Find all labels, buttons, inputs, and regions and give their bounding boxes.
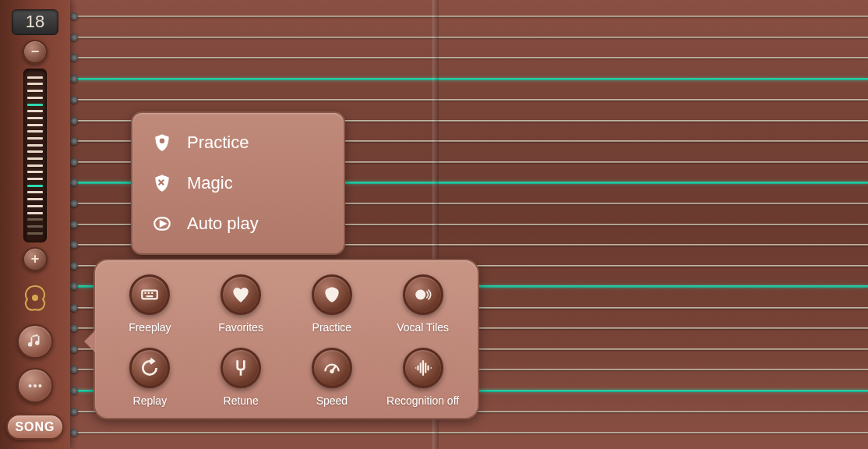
string[interactable] xyxy=(70,78,868,80)
vocal-icon xyxy=(413,285,433,305)
menu-item-practice[interactable]: Practice xyxy=(132,122,344,163)
menu-label: Auto play xyxy=(187,214,259,234)
ornament-decoration xyxy=(12,279,58,316)
tool-recognition[interactable]: Recognition off xyxy=(377,348,468,407)
tool-label: Recognition off xyxy=(386,394,459,407)
volume-tick xyxy=(27,171,43,173)
volume-tick xyxy=(27,90,43,92)
tool-label: Favorites xyxy=(218,321,263,334)
tool-label: Freeplay xyxy=(129,321,171,334)
music-button[interactable] xyxy=(17,324,53,359)
tuning-fork-icon xyxy=(231,358,251,378)
volume-tick xyxy=(27,198,43,200)
volume-tick xyxy=(27,150,43,153)
volume-tick xyxy=(27,83,43,85)
tool-label: Practice xyxy=(312,321,352,334)
replay-icon xyxy=(139,358,160,378)
volume-tick xyxy=(27,97,43,99)
volume-tick xyxy=(27,185,43,187)
tool-freeplay[interactable]: Freeplay xyxy=(104,274,196,334)
volume-tick xyxy=(27,76,43,79)
volume-tick xyxy=(27,117,43,119)
volume-tick xyxy=(27,110,43,112)
mode-menu: Practice Magic Auto play xyxy=(131,111,345,255)
volume-tick xyxy=(27,225,43,228)
pick-icon xyxy=(322,285,342,305)
waveform-icon xyxy=(413,358,433,378)
tool-label: Retune xyxy=(224,394,259,407)
volume-tick xyxy=(27,104,43,106)
tool-panel: Freeplay Favorites Practice Vocal Tiles … xyxy=(94,259,479,419)
string[interactable] xyxy=(70,16,868,17)
svg-point-1 xyxy=(29,384,32,387)
more-button[interactable] xyxy=(17,368,53,403)
volume-track[interactable] xyxy=(23,69,47,242)
volume-tick xyxy=(27,130,43,133)
tool-favorites[interactable]: Favorites xyxy=(196,274,287,334)
svg-rect-6 xyxy=(143,291,158,299)
play-icon xyxy=(151,213,173,235)
keyboard-icon xyxy=(139,285,160,305)
tool-speed[interactable]: Speed xyxy=(287,348,378,407)
tool-vocal-tiles[interactable]: Vocal Tiles xyxy=(377,274,468,334)
gauge-icon xyxy=(322,358,342,378)
string[interactable] xyxy=(70,57,868,58)
volume-tick xyxy=(27,212,43,214)
string-counter: 18 xyxy=(12,9,58,35)
tool-label: Replay xyxy=(133,394,168,407)
string[interactable] xyxy=(70,99,868,101)
svg-point-4 xyxy=(160,139,165,144)
volume-tick xyxy=(27,191,43,193)
volume-tick xyxy=(27,232,43,235)
string[interactable] xyxy=(70,37,868,38)
string[interactable] xyxy=(70,432,868,433)
song-button[interactable]: SONG xyxy=(6,414,64,440)
volume-tick xyxy=(27,205,43,207)
tool-replay[interactable]: Replay xyxy=(104,348,196,407)
svg-point-0 xyxy=(32,295,38,301)
menu-item-autoplay[interactable]: Auto play xyxy=(132,203,344,244)
shield-spark-icon xyxy=(151,172,173,194)
volume-tick xyxy=(27,144,43,147)
heart-icon xyxy=(231,285,251,305)
menu-item-magic[interactable]: Magic xyxy=(132,163,344,203)
music-note-icon xyxy=(26,333,44,350)
menu-label: Magic xyxy=(187,173,233,193)
plus-button[interactable]: + xyxy=(23,247,48,271)
volume-tick xyxy=(27,137,43,140)
dots-icon xyxy=(26,377,44,394)
svg-point-2 xyxy=(34,384,37,387)
tool-practice[interactable]: Practice xyxy=(287,274,378,334)
svg-point-8 xyxy=(330,370,333,373)
volume-tick xyxy=(27,178,43,180)
svg-point-7 xyxy=(415,290,425,300)
svg-point-3 xyxy=(38,384,41,387)
minus-button[interactable]: − xyxy=(23,40,48,64)
left-panel: 18 − + SONG xyxy=(0,0,70,449)
volume-tick xyxy=(27,124,43,126)
menu-label: Practice xyxy=(187,133,249,153)
volume-tick xyxy=(27,164,43,167)
volume-tick xyxy=(27,157,43,160)
tool-retune[interactable]: Retune xyxy=(196,348,287,407)
shield-icon xyxy=(151,132,173,154)
tool-label: Speed xyxy=(316,394,348,407)
tool-label: Vocal Tiles xyxy=(397,321,449,334)
volume-tick xyxy=(27,218,43,221)
